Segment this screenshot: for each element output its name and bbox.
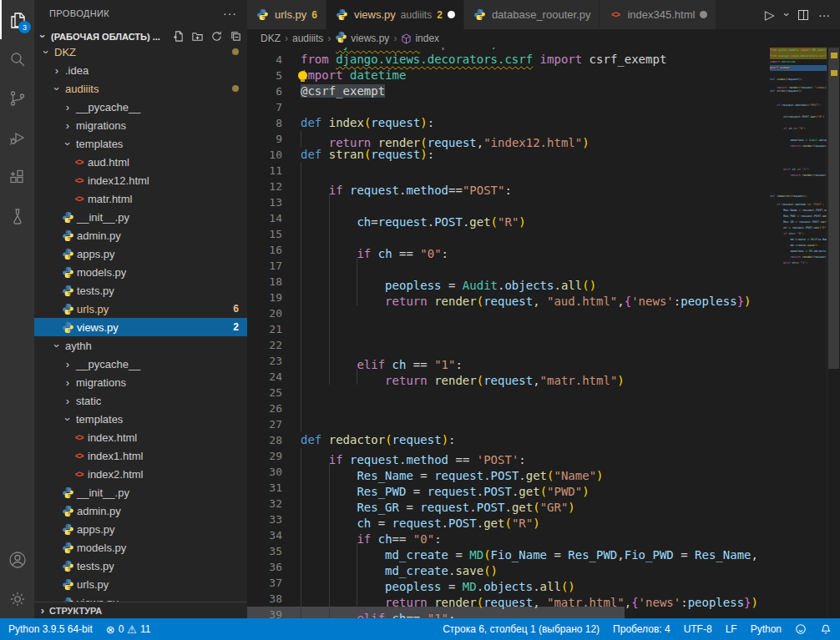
tree-item-index2-html[interactable]: <>index2.html (34, 465, 247, 483)
feedback-icon[interactable] (795, 623, 807, 635)
new-file-icon[interactable] (172, 30, 185, 43)
refresh-icon[interactable] (210, 30, 223, 43)
scrollbar-thumb[interactable] (828, 48, 839, 369)
tree-item-templates[interactable]: ›templates (34, 134, 247, 153)
tree-item-tests-py[interactable]: tests.py (34, 557, 247, 575)
code-line-22[interactable]: 22 (247, 337, 840, 353)
tab-urls-py[interactable]: urls.py6 (247, 0, 326, 29)
python-interpreter-status[interactable]: Python 3.9.5 64-bit (8, 623, 93, 635)
settings-gear-icon[interactable] (0, 579, 34, 618)
split-editor-icon[interactable] (798, 10, 808, 20)
tree-item-tests-py[interactable]: tests.py (34, 281, 247, 300)
code-line-11[interactable]: 11 (247, 163, 840, 179)
tree-item-index-html[interactable]: <>index.html (34, 428, 247, 446)
code-line-27[interactable]: 27 (247, 416, 840, 432)
structure-section-header[interactable]: › СТРУКТУРА (34, 602, 247, 618)
code-line-15[interactable]: 15 (247, 226, 840, 242)
indentation-status[interactable]: Пробелов: 4 (613, 623, 670, 635)
tree-item-DKZ[interactable]: ›DKZ (34, 43, 247, 61)
tree-item-views-py[interactable]: views.py2 (34, 318, 247, 336)
breadcrumb-item-dkz[interactable]: DKZ (261, 33, 281, 44)
code-line-13[interactable]: 13 (247, 194, 840, 210)
run-python-file-icon[interactable]: ▷ (765, 8, 775, 23)
code-line-7[interactable]: 7 (247, 99, 840, 115)
code-line-24[interactable]: 24return render(request,"matr.html") (247, 369, 840, 385)
code-line-30[interactable]: 30Res_Name = request.POST.get("Name") (247, 464, 840, 480)
tree-item-index12-html[interactable]: <>index12.html (34, 171, 247, 189)
tree-item-views-py[interactable]: views.py (34, 593, 247, 602)
code-line-26[interactable]: 26 (247, 401, 840, 416)
minimap[interactable]: from aythh.models import MD,Auditfrom dj… (770, 48, 827, 618)
tree-item-models-py[interactable]: models.py (34, 263, 247, 281)
tree-item--init-py[interactable]: __init__.py (34, 483, 247, 501)
explorer-more-icon[interactable]: ··· (223, 7, 237, 20)
cursor-position-status[interactable]: Строка 6, столбец 1 (выбрано 12) (443, 623, 600, 635)
code-line-38[interactable]: 38return render(request, "matr.html",{'n… (247, 591, 840, 607)
tree-item-urls-py[interactable]: urls.py (34, 575, 247, 593)
breadcrumb-item-audiiits[interactable]: audiiits (292, 33, 323, 44)
tree-item-migrations[interactable]: ›migrations (34, 116, 247, 134)
code-line-21[interactable]: 21 (247, 321, 840, 337)
tree-item-templates[interactable]: ›templates (34, 410, 247, 428)
code-line-4[interactable]: 4from django.views.decorators.csrf impor… (247, 52, 840, 68)
editor-scrollbar[interactable] (827, 48, 840, 618)
tree-item-static[interactable]: ›static (34, 391, 247, 410)
tab-views-py[interactable]: views.pyaudiiits2 (326, 0, 464, 29)
code-line-18[interactable]: 18peopless = Audit.objects.all() (247, 274, 840, 290)
code-line-35[interactable]: 35md_create = MD(Fio_Name = Res_PWD,Fio_… (247, 543, 840, 559)
eol-status[interactable]: LF (726, 623, 737, 635)
code-line-12[interactable]: 12if request.method=="POST": (247, 179, 840, 194)
explorer-icon[interactable]: 3 (0, 0, 34, 39)
lightbulb-icon[interactable] (298, 71, 307, 80)
code-line-29[interactable]: 29if request.method == 'POST': (247, 448, 840, 464)
language-mode-status[interactable]: Python (751, 623, 782, 635)
code-line-28[interactable]: 28def redactor(request): (247, 432, 840, 448)
notifications-bell-icon[interactable] (820, 623, 832, 635)
tree-item--pycache-[interactable]: ›__pycache__ (34, 98, 247, 116)
code-line-34[interactable]: 34if ch== "0": (247, 527, 840, 543)
tree-item-admin-py[interactable]: admin.py (34, 226, 247, 244)
code-line-19[interactable]: 19return render(request, "aud.html",{'ne… (247, 290, 840, 305)
tree-item--init-py[interactable]: __init__.py (34, 208, 247, 226)
tree-item-migrations[interactable]: ›migrations (34, 373, 247, 391)
code-line-31[interactable]: 31Res_PWD = request.POST.get("PWD") (247, 480, 840, 496)
tree-item-apps-py[interactable]: apps.py (34, 520, 247, 538)
tree-item-matr-html[interactable]: <>matr.html (34, 189, 247, 208)
new-folder-icon[interactable] (191, 30, 204, 43)
code-line-6[interactable]: 6@csrf_exempt (247, 83, 840, 99)
tree-item--idea[interactable]: ›.idea (34, 61, 247, 79)
code-line-17[interactable]: 17 (247, 258, 840, 274)
run-dropdown-icon[interactable]: › (780, 13, 792, 16)
tab-index345-html[interactable]: <>index345.html (600, 0, 716, 29)
tree-item-index1-html[interactable]: <>index1.html (34, 446, 247, 465)
tree-item-audiiits[interactable]: ›audiiits (34, 79, 247, 98)
tree-item-admin-py[interactable]: admin.py (34, 501, 247, 520)
tree-item-urls-py[interactable]: urls.py6 (34, 300, 247, 318)
source-control-icon[interactable] (0, 78, 34, 118)
search-icon[interactable] (0, 39, 34, 78)
code-line-9[interactable]: 9return render(request,"index12.html") (247, 131, 840, 147)
code-line-37[interactable]: 37peopless = MD.objects.all() (247, 575, 840, 591)
tree-item--pycache-[interactable]: ›__pycache__ (34, 355, 247, 373)
tree-item-aud-html[interactable]: <>aud.html (34, 153, 247, 171)
code-line-23[interactable]: 23elif ch == "1": (247, 353, 840, 369)
more-actions-icon[interactable]: ··· (818, 8, 830, 22)
breadcrumb-item-index[interactable]: index (401, 33, 439, 44)
tab-database-roouter-py[interactable]: database_roouter.py (464, 0, 600, 29)
code-line-16[interactable]: 16if ch == "0": (247, 242, 840, 258)
account-icon[interactable] (0, 540, 34, 579)
code-line-14[interactable]: 14ch=request.POST.get("R") (247, 210, 840, 226)
extensions-icon[interactable] (0, 157, 34, 196)
run-debug-icon[interactable] (0, 118, 34, 157)
problems-status[interactable]: ⊗0 ⚠11 (106, 623, 151, 636)
code-editor[interactable]: 3from aythh.models import MD,Audit4from … (247, 48, 840, 618)
tree-item-apps-py[interactable]: apps.py (34, 244, 247, 263)
encoding-status[interactable]: UTF-8 (684, 623, 712, 635)
tree-item-aythh[interactable]: ›aythh (34, 336, 247, 355)
collapse-all-icon[interactable] (230, 30, 242, 43)
testing-icon[interactable] (0, 196, 34, 235)
breadcrumb-item-viewspy[interactable]: views.py (335, 31, 389, 46)
code-line-32[interactable]: 32Res_GR = request.POST.get("GR") (247, 496, 840, 511)
code-line-8[interactable]: 8def index(request): (247, 115, 840, 131)
code-line-5[interactable]: 5import datetime (247, 68, 840, 83)
